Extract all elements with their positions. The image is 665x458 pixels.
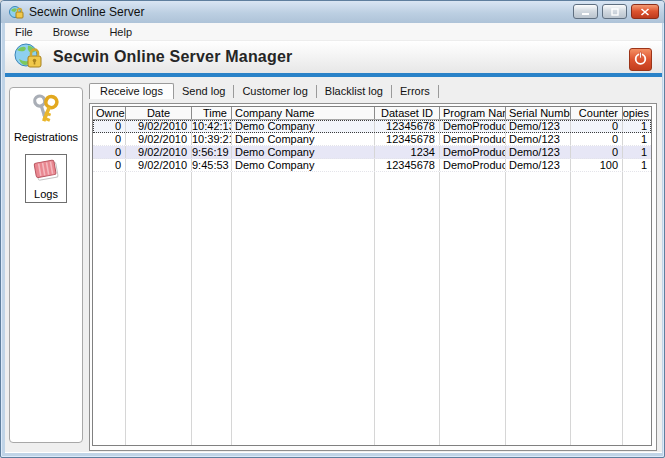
cell-dataset-id: 12345678 bbox=[375, 133, 440, 145]
cell-company-name: Demo Company bbox=[232, 146, 375, 158]
minimize-button[interactable] bbox=[573, 4, 598, 19]
column-header-date[interactable]: Date bbox=[126, 107, 192, 119]
cell-time: 9:45:53 bbox=[192, 159, 232, 171]
grid-filler-column bbox=[571, 172, 623, 445]
cell-date: 9/02/2010 bbox=[126, 159, 192, 171]
cell-owner: 0 bbox=[93, 120, 126, 132]
cell-program-name: DemoProductSW bbox=[440, 120, 506, 132]
titlebar[interactable]: Secwin Online Server bbox=[1, 1, 664, 23]
column-header-serial-number[interactable]: Serial Number bbox=[506, 107, 571, 119]
minimize-icon bbox=[581, 4, 591, 19]
cell-counter: 0 bbox=[571, 146, 623, 158]
cell-time: 10:42:13 bbox=[192, 120, 232, 132]
cell-date: 9/02/2010 bbox=[126, 133, 192, 145]
sidebar-item-registrations[interactable]: Registrations bbox=[10, 92, 82, 143]
cell-serial-number: Demo/123 bbox=[506, 159, 571, 171]
window-title: Secwin Online Server bbox=[29, 5, 144, 19]
column-header-owner[interactable]: Owner bbox=[93, 107, 126, 119]
table-row[interactable]: 0 9/02/2010 9:45:53 Demo Company 1234567… bbox=[93, 159, 651, 172]
cell-counter: 100 bbox=[571, 159, 623, 171]
tab-customer-log[interactable]: Customer log bbox=[234, 85, 316, 98]
column-header-program-name[interactable]: Program Name bbox=[440, 107, 506, 119]
cell-owner: 0 bbox=[93, 146, 126, 158]
cell-copies: 1 bbox=[623, 133, 651, 145]
close-button[interactable] bbox=[631, 4, 659, 19]
grid-filler-column bbox=[192, 172, 232, 445]
cell-program-name: DemoProductSW bbox=[440, 146, 506, 158]
main-area: Receive logs Send log Customer log Black… bbox=[89, 83, 657, 451]
tab-errors[interactable]: Errors bbox=[392, 85, 439, 98]
cell-counter: 0 bbox=[571, 120, 623, 132]
cell-company-name: Demo Company bbox=[232, 159, 375, 171]
sidebar: Registrations Logs bbox=[9, 87, 83, 443]
grid-filler-column bbox=[93, 172, 126, 445]
sidebar-item-label: Logs bbox=[34, 188, 58, 200]
receive-logs-table: Owner Date Time Company Name Dataset ID … bbox=[92, 106, 652, 446]
column-header-time[interactable]: Time bbox=[192, 107, 232, 119]
logbook-icon bbox=[31, 158, 61, 186]
table-row[interactable]: 0 9/02/2010 9:56:19 Demo Company 1234 De… bbox=[93, 146, 651, 159]
tab-send-log[interactable]: Send log bbox=[174, 85, 234, 98]
cell-time: 9:56:19 bbox=[192, 146, 232, 158]
cell-date: 9/02/2010 bbox=[126, 120, 192, 132]
column-header-dataset-id[interactable]: Dataset ID bbox=[375, 107, 440, 119]
cell-company-name: Demo Company bbox=[232, 133, 375, 145]
cell-serial-number: Demo/123 bbox=[506, 133, 571, 145]
maximize-button[interactable] bbox=[602, 4, 627, 19]
cell-serial-number: Demo/123 bbox=[506, 120, 571, 132]
globe-lock-logo-icon bbox=[13, 42, 45, 72]
menu-browse[interactable]: Browse bbox=[51, 25, 92, 39]
table-row[interactable]: 0 9/02/2010 10:39:21 Demo Company 123456… bbox=[93, 133, 651, 146]
cell-date: 9/02/2010 bbox=[126, 146, 192, 158]
grid-filler-column bbox=[375, 172, 440, 445]
cell-company-name: Demo Company bbox=[232, 120, 375, 132]
menu-file[interactable]: File bbox=[13, 25, 35, 39]
menu-bar: File Browse Help bbox=[5, 23, 662, 41]
cell-counter: 0 bbox=[571, 133, 623, 145]
keys-icon bbox=[27, 92, 65, 130]
window-controls bbox=[573, 4, 659, 19]
table-row[interactable]: 0 9/02/2010 10:42:13 Demo Company 123456… bbox=[93, 120, 651, 133]
app-window: Secwin Online Server File Browse Help bbox=[0, 0, 665, 458]
cell-copies: 1 bbox=[623, 159, 651, 171]
maximize-icon bbox=[610, 4, 620, 19]
cell-time: 10:39:21 bbox=[192, 133, 232, 145]
column-header-copies[interactable]: Copies bbox=[623, 107, 651, 119]
cell-owner: 0 bbox=[93, 133, 126, 145]
grid-filler-column bbox=[126, 172, 192, 445]
tab-strip: Receive logs Send log Customer log Black… bbox=[89, 83, 657, 98]
content-area: Registrations Logs bbox=[5, 77, 662, 452]
menu-help[interactable]: Help bbox=[107, 25, 134, 39]
log-panel: Owner Date Time Company Name Dataset ID … bbox=[89, 103, 657, 451]
page-title: Secwin Online Server Manager bbox=[53, 48, 292, 66]
table-header-row: Owner Date Time Company Name Dataset ID … bbox=[93, 107, 651, 120]
grid-filler-column bbox=[623, 172, 651, 445]
grid-filler-column bbox=[440, 172, 506, 445]
app-header: Secwin Online Server Manager bbox=[5, 41, 662, 73]
sidebar-item-logs[interactable]: Logs bbox=[25, 154, 67, 203]
column-header-counter[interactable]: Counter bbox=[571, 107, 623, 119]
app-icon bbox=[9, 5, 24, 20]
client-area: File Browse Help Secwin Online Server Ma… bbox=[5, 23, 662, 453]
grid-filler-column bbox=[506, 172, 571, 445]
cell-dataset-id: 12345678 bbox=[375, 120, 440, 132]
column-header-company-name[interactable]: Company Name bbox=[232, 107, 375, 119]
sidebar-item-label: Registrations bbox=[14, 131, 78, 143]
table-filler bbox=[93, 172, 651, 445]
cell-owner: 0 bbox=[93, 159, 126, 171]
power-icon bbox=[633, 51, 648, 69]
tab-receive-logs[interactable]: Receive logs bbox=[89, 83, 174, 99]
cell-dataset-id: 12345678 bbox=[375, 159, 440, 171]
cell-program-name: DemoProductSW bbox=[440, 159, 506, 171]
close-icon bbox=[640, 4, 650, 19]
grid-filler-column bbox=[232, 172, 375, 445]
cell-copies: 1 bbox=[623, 120, 651, 132]
cell-program-name: DemoProductSW bbox=[440, 133, 506, 145]
tab-blacklist-log[interactable]: Blacklist log bbox=[317, 85, 392, 98]
cell-copies: 1 bbox=[623, 146, 651, 158]
cell-dataset-id: 1234 bbox=[375, 146, 440, 158]
cell-serial-number: Demo/123 bbox=[506, 146, 571, 158]
power-button[interactable] bbox=[629, 48, 652, 71]
